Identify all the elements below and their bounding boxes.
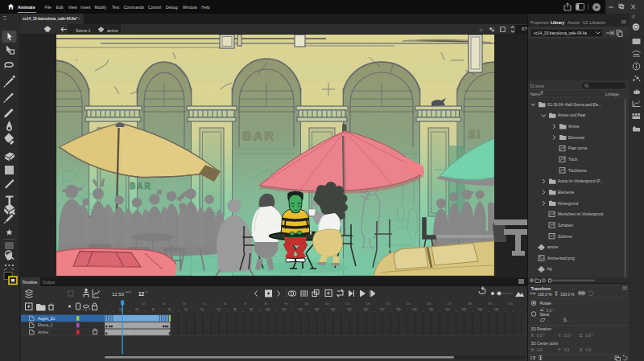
svg-text:X:: X:: [531, 348, 535, 352]
svg-text:11s: 11s: [325, 302, 330, 306]
svg-text:Paar vorne: Paar vorne: [568, 146, 588, 150]
svg-text:240: 240: [494, 308, 499, 311]
svg-text:3D Center point: 3D Center point: [531, 342, 559, 346]
svg-text:210: 210: [445, 308, 450, 311]
svg-text:X:: X:: [531, 334, 535, 338]
svg-text:Name: Name: [530, 92, 541, 96]
svg-text:150: 150: [347, 308, 352, 311]
svg-text:30: 30: [151, 308, 155, 311]
svg-text:0,0 °: 0,0 °: [537, 334, 545, 338]
svg-text:Augen_Zu: Augen_Zu: [38, 317, 56, 321]
svg-text:60: 60: [200, 308, 204, 311]
svg-text:10s: 10s: [304, 302, 309, 306]
svg-text:2s: 2s: [142, 302, 146, 306]
svg-text:0,0: 0,0: [564, 348, 570, 352]
svg-text:18s: 18s: [468, 302, 473, 306]
svg-text:Linkage: Linkage: [605, 92, 619, 96]
svg-text:Amine: Amine: [568, 125, 580, 129]
svg-text:SI: SI: [468, 128, 481, 141]
svg-text:Y:: Y:: [558, 348, 561, 352]
svg-text:16s: 16s: [427, 302, 431, 306]
svg-text:19s: 19s: [488, 302, 493, 306]
svg-text:50: 50: [184, 308, 188, 311]
svg-text:Z:: Z:: [580, 334, 583, 338]
svg-text:12,50: 12,50: [112, 292, 125, 297]
svg-text:Elemente: Elemente: [568, 136, 585, 140]
svg-text:Hintergrund: Hintergrund: [558, 202, 578, 206]
svg-text:12s: 12s: [345, 302, 350, 306]
svg-text:220: 220: [461, 308, 466, 311]
svg-text:130: 130: [314, 308, 319, 311]
svg-text:Amine-kopf.png: Amine-kopf.png: [547, 256, 575, 260]
svg-text:17s: 17s: [448, 302, 452, 306]
svg-text:Timeline: Timeline: [23, 280, 38, 285]
svg-text:BAR: BAR: [242, 129, 275, 142]
svg-text:CC Libraries: CC Libraries: [583, 20, 605, 25]
svg-text:9s: 9s: [285, 302, 288, 306]
svg-text:Rotate: Rotate: [540, 302, 551, 306]
svg-text:15s: 15s: [407, 302, 411, 306]
svg-text:20: 20: [135, 308, 138, 311]
svg-text:70: 70: [217, 308, 221, 311]
svg-text:51 items: 51 items: [530, 84, 545, 88]
svg-text:100: 100: [266, 308, 270, 311]
svg-text:3D Rotation: 3D Rotation: [531, 327, 552, 331]
svg-text:Y:: Y:: [558, 334, 561, 338]
svg-text:Elemente: Elemente: [558, 191, 575, 195]
svg-text:40: 40: [168, 308, 171, 311]
svg-text:Z:: Z:: [580, 348, 583, 352]
svg-text:4s: 4s: [183, 302, 186, 306]
svg-text:Tischbeine: Tischbeine: [568, 169, 587, 173]
svg-text:Tisch: Tisch: [568, 158, 578, 162]
svg-text:160: 160: [363, 308, 368, 311]
svg-text:120: 120: [298, 308, 303, 311]
svg-text:200: 200: [429, 308, 434, 311]
svg-text:Skew: Skew: [540, 313, 550, 317]
svg-text:5s: 5s: [204, 302, 207, 306]
svg-text:190: 190: [412, 308, 417, 311]
svg-text:7s: 7s: [244, 302, 247, 306]
svg-text:6s: 6s: [224, 302, 227, 306]
svg-text:90: 90: [250, 308, 253, 311]
svg-text:0,0: 0,0: [586, 348, 592, 352]
svg-text:13s: 13s: [365, 302, 370, 306]
svg-text:Ebene_2: Ebene_2: [38, 323, 53, 327]
svg-text:Amine und Paar: Amine und Paar: [558, 113, 586, 117]
svg-text:Properties: Properties: [530, 20, 549, 25]
svg-text:230: 230: [477, 308, 482, 311]
svg-text:Library: Library: [551, 20, 564, 25]
svg-text:Schatten: Schatten: [558, 224, 573, 228]
svg-text:01-19-34--Kafi-Szene.psd Ele..: 01-19-34--Kafi-Szene.psd Ele...: [547, 103, 601, 107]
svg-text:110: 110: [282, 308, 287, 311]
svg-text:140: 140: [331, 308, 336, 311]
svg-text:Transform: Transform: [531, 286, 551, 291]
svg-text:100,0 %: 100,0 %: [538, 293, 552, 297]
svg-text:100,0 %: 100,0 %: [560, 293, 575, 297]
svg-text:12: 12: [138, 291, 145, 297]
svg-text:20s: 20s: [509, 302, 514, 306]
svg-text:170: 170: [380, 308, 385, 311]
svg-text:180: 180: [396, 308, 401, 311]
svg-text:sc14_15-barcelona_cafe-04.fla: sc14_15-barcelona_cafe-04.fla: [534, 31, 587, 35]
svg-text:amine: amine: [547, 245, 558, 249]
svg-text:8s: 8s: [265, 302, 268, 306]
svg-text:Menschen im Vordergrund: Menschen im Vordergrund: [558, 212, 604, 216]
svg-text:0,0: 0,0: [537, 348, 543, 352]
svg-text:0,0 °: 0,0 °: [564, 334, 572, 338]
svg-text:FPS: FPS: [126, 291, 132, 294]
svg-text:14s: 14s: [386, 302, 391, 306]
svg-text:0,0 °: 0,0 °: [586, 334, 594, 338]
svg-text:3s: 3s: [163, 302, 166, 306]
svg-text:10: 10: [119, 308, 122, 311]
svg-text:Output: Output: [43, 280, 56, 285]
svg-text:Autos im Vordergrund (P...: Autos im Vordergrund (P...: [558, 179, 603, 183]
svg-text:bg: bg: [547, 267, 552, 271]
svg-text:Schirme: Schirme: [558, 235, 572, 239]
svg-text:BAR: BAR: [130, 182, 152, 191]
svg-text:80: 80: [233, 308, 237, 311]
svg-text:Amine: Amine: [38, 330, 48, 334]
svg-text:Assets: Assets: [568, 20, 580, 25]
